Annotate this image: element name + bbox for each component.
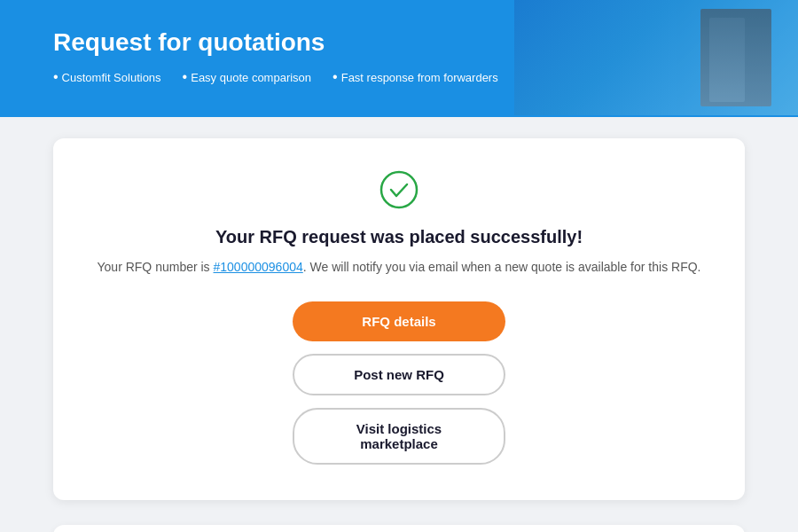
success-title: Your RFQ request was placed successfully…	[89, 227, 709, 247]
desc-suffix: . We will notify you via email when a ne…	[303, 260, 701, 274]
main-content: Your RFQ request was placed successfully…	[0, 117, 798, 532]
page-title: Request for quotations	[53, 28, 745, 57]
success-check-icon	[379, 170, 419, 209]
success-card: Your RFQ request was placed successfully…	[53, 138, 745, 500]
desc-prefix: Your RFQ number is	[98, 260, 214, 274]
hero-feature-2: Easy quote comparison	[183, 69, 311, 85]
how-it-works-section: How it works 1 Fill in and submit reques…	[53, 525, 745, 532]
post-new-rfq-button[interactable]: Post new RFQ	[293, 354, 505, 395]
rfq-details-button[interactable]: RFQ details	[293, 301, 505, 341]
svg-point-0	[381, 172, 417, 207]
hero-background	[514, 0, 798, 115]
hero-feature-3: Fast response from forwarders	[332, 69, 498, 85]
hero-feature-1: Customfit Solutions	[53, 69, 161, 85]
visit-marketplace-button[interactable]: Visit logistics marketplace	[293, 408, 505, 465]
hero-section: Request for quotations Customfit Solutio…	[0, 0, 798, 117]
success-description: Your RFQ number is #100000096004. We wil…	[89, 258, 709, 277]
rfq-number-link[interactable]: #100000096004	[214, 260, 303, 274]
hero-features: Customfit Solutions Easy quote compariso…	[53, 69, 745, 85]
